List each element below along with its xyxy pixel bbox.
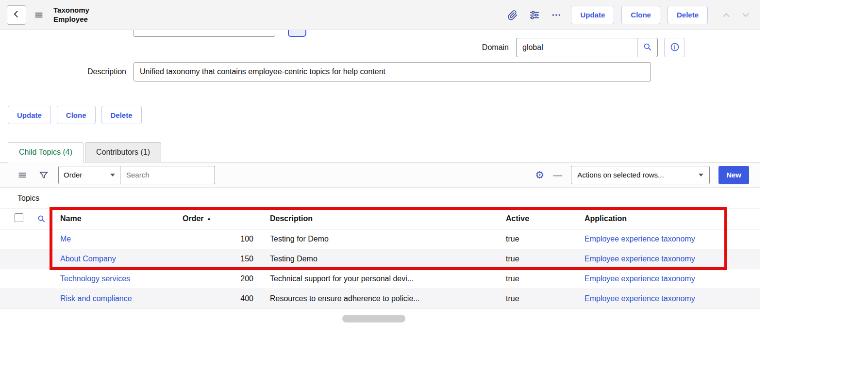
column-header-application[interactable]: Application — [575, 209, 760, 229]
topic-link[interactable]: About Company — [60, 255, 116, 263]
sort-asc-icon: ▲ — [207, 216, 212, 221]
tab-contributors[interactable]: Contributors (1) — [85, 142, 161, 162]
page-title-line1: Taxonomy — [53, 6, 89, 15]
table-header-row: Name Order▲ Description Active Applicati… — [0, 209, 760, 229]
form-clone-button[interactable]: Clone — [57, 106, 96, 124]
next-record-icon[interactable] — [738, 8, 753, 22]
domain-label: Domain — [482, 43, 509, 52]
application-link[interactable]: Employee experience taxonomy — [584, 255, 695, 263]
column-header-name[interactable]: Name — [54, 209, 177, 229]
domain-input-group — [516, 38, 658, 57]
order-cell: 100 — [177, 229, 260, 249]
form-action-buttons: Update Clone Delete — [0, 90, 760, 124]
horizontal-scrollbar-thumb[interactable] — [342, 315, 405, 322]
tab-child-topics[interactable]: Child Topics (4) — [8, 142, 83, 162]
form-delete-button[interactable]: Delete — [101, 106, 142, 124]
gear-icon[interactable]: ⚙ — [535, 170, 544, 180]
topic-link[interactable]: Me — [60, 235, 71, 243]
description-field-row: Description — [0, 62, 760, 81]
page-title-line2: Employee — [53, 15, 89, 24]
chevron-down-icon — [110, 174, 115, 177]
table-row: Risk and compliance 400 Resources to ens… — [0, 289, 760, 308]
clone-button[interactable]: Clone — [621, 6, 660, 24]
cutoff-field-input[interactable] — [133, 30, 275, 37]
chevron-down-icon — [699, 174, 703, 177]
collapse-minus-icon[interactable]: — — [553, 170, 562, 179]
list-toolbar: Order ⚙ — Actions on selected rows... Ne… — [0, 162, 760, 188]
update-button[interactable]: Update — [571, 6, 614, 24]
domain-lookup-button[interactable] — [637, 38, 658, 57]
row-actions-select[interactable]: Actions on selected rows... — [571, 166, 710, 184]
sort-field-select[interactable]: Order — [58, 166, 120, 184]
description-cell: Technical support for your personal devi… — [260, 269, 496, 289]
child-topics-list: Order ⚙ — Actions on selected rows... Ne… — [0, 162, 760, 330]
filter-funnel-icon[interactable] — [37, 168, 50, 182]
form-update-button[interactable]: Update — [8, 106, 51, 124]
new-button[interactable]: New — [718, 166, 749, 184]
back-button[interactable] — [7, 5, 26, 25]
domain-input[interactable] — [516, 38, 637, 57]
active-cell: true — [496, 269, 575, 289]
table-row: Me 100 Testing for Demo true Employee ex… — [0, 229, 760, 249]
domain-field-row: Domain — [0, 38, 760, 57]
description-cell: Testing Demo — [260, 249, 496, 269]
delete-button[interactable]: Delete — [668, 6, 708, 24]
attachment-icon[interactable] — [505, 8, 520, 22]
cutoff-reference-button[interactable] — [288, 30, 306, 37]
search-icon — [643, 42, 652, 53]
description-cell: Resources to ensure adherence to policie… — [260, 289, 496, 308]
column-header-description[interactable]: Description — [260, 209, 496, 229]
application-link[interactable]: Employee experience taxonomy — [584, 294, 695, 303]
header-actions: Update Clone Delete — [505, 6, 753, 24]
order-cell: 150 — [177, 249, 260, 269]
domain-info-button[interactable] — [664, 38, 685, 57]
info-icon — [670, 42, 680, 53]
record-form: Domain Description — [0, 30, 760, 90]
list-menu-icon[interactable] — [16, 168, 29, 182]
list-filter-group: Order — [58, 166, 215, 184]
list-toolbar-right: ⚙ — Actions on selected rows... New — [535, 166, 749, 184]
record-navigation — [719, 8, 753, 22]
related-list-tabs: Child Topics (4) Contributors (1) — [0, 142, 760, 162]
order-cell: 200 — [177, 269, 260, 289]
column-header-active[interactable]: Active — [496, 209, 575, 229]
table-row: Technology services 200 Technical suppor… — [0, 269, 760, 289]
search-rows-icon[interactable] — [35, 212, 48, 225]
topic-link[interactable]: Technology services — [60, 274, 130, 283]
active-cell: true — [496, 289, 575, 308]
chevron-left-icon — [12, 9, 21, 20]
list-caption: Topics — [0, 188, 760, 209]
context-menu-icon[interactable] — [32, 8, 46, 22]
description-label: Description — [0, 67, 126, 76]
topics-table: Name Order▲ Description Active Applicati… — [0, 209, 760, 309]
row-actions-value: Actions on selected rows... — [577, 171, 664, 179]
personalize-sliders-icon[interactable] — [527, 8, 542, 22]
application-link[interactable]: Employee experience taxonomy — [584, 274, 695, 283]
app-root: Taxonomy Employee Update Clone Delete — [0, 0, 760, 330]
topic-link[interactable]: Risk and compliance — [60, 294, 132, 303]
list-footer — [0, 309, 760, 330]
column-header-order[interactable]: Order▲ — [177, 209, 260, 229]
more-options-icon[interactable] — [549, 8, 564, 22]
description-cell: Testing for Demo — [260, 229, 496, 249]
description-input[interactable] — [134, 62, 651, 81]
sort-field-value: Order — [64, 171, 82, 179]
previous-record-icon[interactable] — [719, 8, 734, 22]
record-header: Taxonomy Employee Update Clone Delete — [0, 0, 760, 30]
application-link[interactable]: Employee experience taxonomy — [584, 235, 695, 243]
table-row: About Company 150 Testing Demo true Empl… — [0, 249, 760, 269]
order-cell: 400 — [177, 289, 260, 308]
active-cell: true — [496, 249, 575, 269]
select-all-checkbox[interactable] — [15, 213, 23, 222]
list-search-input[interactable] — [120, 166, 215, 184]
page-title: Taxonomy Employee — [53, 6, 89, 24]
active-cell: true — [496, 229, 575, 249]
